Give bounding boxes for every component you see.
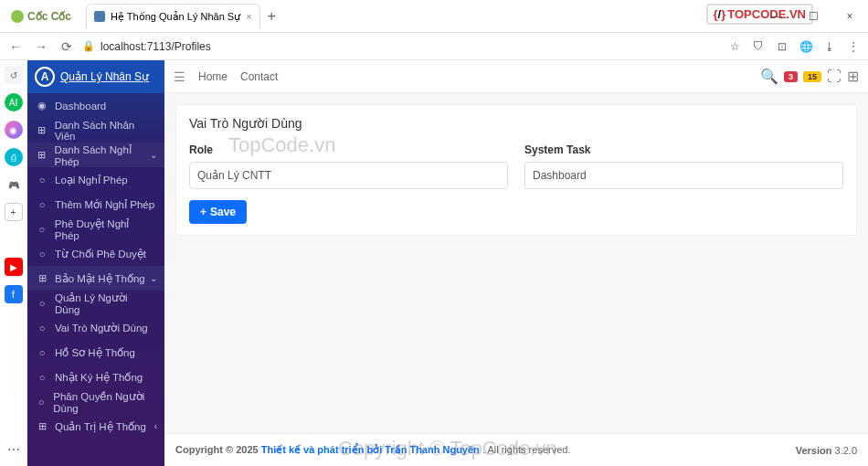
badge-tasks[interactable]: 15: [803, 71, 821, 82]
apps-icon[interactable]: ⊞: [847, 68, 859, 85]
sidebar-item[interactable]: ○Phê Duyệt Nghỉ Phép: [27, 217, 164, 241]
star-icon[interactable]: ☆: [725, 37, 744, 56]
brand-text: Quản Lý Nhân Sự: [60, 70, 149, 83]
browser-logo: Cốc Cốc: [4, 10, 79, 23]
sidebar-item[interactable]: ◉Dashboard: [27, 93, 164, 118]
nav-item-icon: ○: [37, 372, 48, 383]
menu-icon[interactable]: ⋮: [844, 37, 863, 56]
nav-contact[interactable]: Contact: [240, 70, 278, 83]
nav-item-label: Thêm Mới Nghỉ Phép: [55, 198, 154, 211]
window-controls: — ☐ ×: [758, 0, 868, 33]
forward-button[interactable]: →: [31, 37, 51, 57]
coccoc-icon: [11, 10, 24, 23]
globe-icon[interactable]: 🌐: [797, 37, 815, 56]
sidebar-item[interactable]: ○Vai Trò Người Dùng: [27, 315, 164, 340]
main: ☰ Home Contact 🔍 3 15 ⛶ ⊞ Vai Trò Người …: [164, 60, 868, 466]
sidebar-item[interactable]: ○Hồ Sơ Hệ Thống: [27, 340, 164, 365]
task-input[interactable]: [524, 162, 843, 189]
nav-item-label: Từ Chối Phê Duyệt: [55, 248, 146, 260]
sidebar-brand[interactable]: A Quản Lý Nhân Sự: [27, 60, 164, 93]
new-tab-button[interactable]: +: [268, 8, 276, 25]
back-button[interactable]: ←: [5, 37, 26, 57]
reload-button[interactable]: ⟳: [57, 37, 77, 57]
copyright-text: Copyright © 2025: [175, 444, 261, 455]
tab-close-icon[interactable]: ×: [246, 11, 251, 22]
tab-favicon: [94, 11, 105, 22]
nav-item-label: Quản Lý Người Dùng: [55, 291, 155, 315]
nav-item-icon: ○: [37, 397, 46, 408]
youtube-icon[interactable]: ▶: [5, 258, 23, 276]
app-container: A Quản Lý Nhân Sự ◉Dashboard⊞Danh Sách N…: [27, 60, 868, 466]
add-shortcut-icon[interactable]: +: [5, 203, 23, 221]
role-label: Role: [189, 143, 508, 156]
browser-name: Cốc Cốc: [27, 10, 71, 23]
rail-more-icon[interactable]: ⋯: [7, 442, 20, 457]
sidebar-item[interactable]: ○Từ Chối Phê Duyệt: [27, 241, 164, 266]
badge-notifications[interactable]: 3: [784, 71, 798, 82]
nav-item-label: Phê Duyệt Nghỉ Phép: [55, 217, 155, 241]
nav-item-icon: ○: [37, 347, 48, 358]
window-minimize[interactable]: —: [758, 0, 795, 33]
ai-icon[interactable]: AI: [5, 93, 23, 111]
nav-item-icon: ⊞: [37, 124, 48, 136]
rights-text: . All rights reserved.: [482, 444, 571, 455]
window-close[interactable]: ×: [831, 0, 868, 33]
nav-item-label: Bảo Mật Hệ Thống: [55, 272, 145, 285]
role-input[interactable]: [189, 162, 508, 189]
sidebar-item[interactable]: ⊞Danh Sách Nhân Viên: [27, 118, 164, 143]
sidebar-item[interactable]: ○Phân Quyền Người Dùng: [27, 389, 164, 414]
search-icon[interactable]: 🔍: [760, 68, 778, 85]
browser-left-rail: ↺ AI ◉ ⎙ 🎮 + ▶ f ⋯: [0, 60, 27, 466]
messenger-icon[interactable]: ◉: [5, 121, 23, 139]
plus-icon: +: [200, 206, 206, 218]
download-icon[interactable]: ⭳: [820, 37, 839, 56]
browser-titlebar: Cốc Cốc Hệ Thống Quản Lý Nhân Sự × + {/}…: [0, 0, 868, 33]
facebook-icon[interactable]: f: [5, 285, 23, 303]
game-icon[interactable]: 🎮: [5, 175, 23, 194]
brand-icon: A: [35, 67, 55, 87]
nav-item-icon: ◉: [37, 100, 48, 111]
sidebar-item[interactable]: ⊞Bảo Mật Hệ Thống⌄: [27, 266, 164, 291]
nav-item-label: Loại Nghỉ Phép: [55, 174, 128, 186]
nav-item-label: Danh Sách Nghỉ Phép: [55, 143, 155, 167]
footer-link[interactable]: Thiết kế và phát triển bởi Trần Thanh Ng…: [261, 444, 480, 455]
nav-item-icon: ○: [37, 249, 48, 259]
nav-item-label: Hồ Sơ Hệ Thống: [55, 346, 135, 359]
sidebar-item[interactable]: ○Nhật Ký Hệ Thống: [27, 365, 164, 389]
footer: Copyright © 2025 Thiết kế và phát triển …: [164, 433, 868, 466]
save-button[interactable]: + Save: [189, 200, 247, 224]
url-text[interactable]: localhost:7113/Profiles: [101, 40, 211, 53]
sidebar-item[interactable]: ⊞Quản Trị Hệ Thống‹: [27, 414, 164, 439]
fullscreen-icon[interactable]: ⛶: [827, 69, 842, 85]
lock-icon: 🔒: [82, 40, 95, 52]
rail-icon-4[interactable]: ⎙: [5, 148, 23, 166]
chevron-icon: ⌄: [150, 150, 157, 160]
nav-item-label: Dashboard: [55, 101, 106, 111]
nav-item-label: Vai Trò Người Dùng: [55, 322, 148, 334]
card-role: Vai Trò Người Dùng Role System Task + Sa…: [175, 104, 857, 236]
nav-item-icon: ○: [37, 199, 48, 210]
sidebar-item[interactable]: ⊞Danh Sách Nghỉ Phép⌄: [27, 143, 164, 167]
history-icon[interactable]: ↺: [5, 66, 23, 84]
extension-icon[interactable]: ⊡: [773, 37, 791, 56]
nav-item-label: Nhật Ký Hệ Thống: [55, 371, 143, 384]
nav-item-label: Quản Trị Hệ Thống: [55, 420, 146, 433]
card-title: Vai Trò Người Dùng: [189, 116, 843, 131]
browser-tab[interactable]: Hệ Thống Quản Lý Nhân Sự ×: [86, 4, 260, 29]
nav-home[interactable]: Home: [198, 70, 228, 83]
nav-item-icon: ○: [37, 175, 48, 185]
nav-item-icon: ⊞: [37, 420, 48, 432]
sidebar-nav: ◉Dashboard⊞Danh Sách Nhân Viên⊞Danh Sách…: [27, 93, 164, 439]
sidebar-item[interactable]: ○Loại Nghỉ Phép: [27, 167, 164, 192]
nav-item-icon: ⊞: [37, 272, 48, 284]
sidebar-item[interactable]: ○Thêm Mới Nghỉ Phép: [27, 192, 164, 217]
window-maximize[interactable]: ☐: [795, 0, 831, 33]
hamburger-icon[interactable]: ☰: [174, 69, 185, 84]
chevron-icon: ‹: [154, 421, 157, 431]
shield-icon[interactable]: ⛉: [749, 37, 767, 56]
sidebar-item[interactable]: ○Quản Lý Người Dùng: [27, 291, 164, 315]
nav-item-icon: ○: [37, 323, 48, 334]
task-label: System Task: [524, 143, 843, 156]
save-label: Save: [210, 206, 236, 218]
chevron-icon: ⌄: [150, 273, 157, 283]
